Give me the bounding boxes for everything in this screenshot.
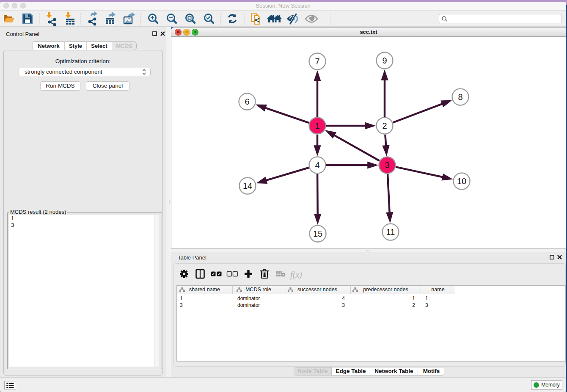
svg-text:2: 2 — [382, 121, 387, 130]
svg-text:6: 6 — [245, 97, 249, 106]
svg-text:14: 14 — [243, 181, 252, 190]
svg-text:8: 8 — [458, 92, 462, 102]
svg-text:4: 4 — [315, 160, 319, 170]
svg-text:f(x): f(x) — [290, 270, 302, 280]
svg-text:9: 9 — [382, 56, 387, 65]
svg-text:1: 1 — [315, 121, 319, 130]
svg-text:3: 3 — [385, 160, 389, 170]
svg-text:7: 7 — [315, 57, 319, 66]
svg-text:15: 15 — [313, 229, 322, 238]
svg-text:11: 11 — [386, 227, 395, 237]
svg-text:10: 10 — [457, 177, 466, 186]
